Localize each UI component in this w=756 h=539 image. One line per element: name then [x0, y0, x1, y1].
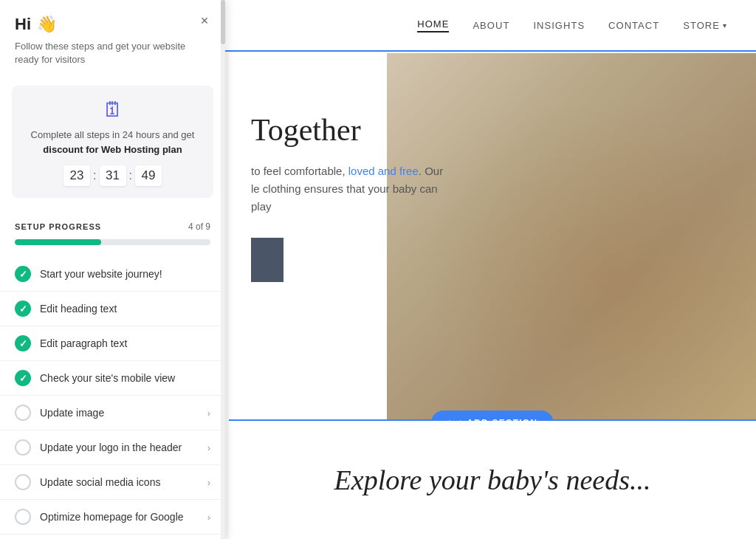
- checklist-item-start-journey[interactable]: ✓ Start your website journey!: [0, 257, 225, 292]
- greeting-title: Hi 👋: [15, 15, 210, 34]
- hero-title: Together: [251, 112, 444, 148]
- check-circle-update-image: [15, 405, 31, 421]
- checklist-item-edit-heading[interactable]: ✓ Edit heading text: [0, 292, 225, 326]
- promo-text-bold: discount for Web Hosting plan: [43, 144, 182, 155]
- chevron-right-icon: ›: [207, 408, 210, 419]
- checkmark-icon: ✓: [19, 303, 27, 315]
- check-circle-update-logo: [15, 439, 31, 456]
- checklist-label-optimize-google: Optimize homepage for Google: [40, 511, 207, 523]
- promo-calendar-icon: 🗓: [24, 97, 202, 122]
- nav-link-about[interactable]: ABOUT: [472, 20, 509, 31]
- chevron-right-icon: ›: [207, 442, 210, 453]
- progress-bar-background: [15, 239, 210, 245]
- nav-link-store: STORE: [683, 20, 720, 31]
- hero-subtitle: to feel comfortable, loved and free. Our…: [251, 162, 444, 216]
- check-circle-edit-paragraph: ✓: [15, 335, 31, 351]
- bottom-title: Explore your baby's needs...: [334, 464, 651, 496]
- checkmark-icon: ✓: [19, 373, 27, 384]
- chevron-right-icon: ›: [207, 477, 210, 488]
- countdown-timer: 23 : 31 : 49: [24, 165, 202, 186]
- greeting-text: Hi: [15, 15, 31, 34]
- nav-link-home[interactable]: HOME: [417, 18, 449, 32]
- sidebar-subtitle: Follow these steps and get your website …: [15, 40, 210, 66]
- progress-label: SETUP PROGRESS: [15, 222, 101, 231]
- bottom-section: Explore your baby's needs...: [229, 421, 756, 539]
- progress-header: SETUP PROGRESS 4 of 9: [15, 222, 210, 232]
- check-circle-check-mobile: ✓: [15, 370, 31, 386]
- store-chevron-icon: ▾: [723, 21, 726, 30]
- progress-section: SETUP PROGRESS 4 of 9: [0, 210, 225, 251]
- nav-store-dropdown[interactable]: STORE ▾: [683, 20, 726, 31]
- promo-text: Complete all steps in 24 hours and get d…: [24, 128, 202, 157]
- checklist-item-optimize-google[interactable]: Optimize homepage for Google ›: [0, 500, 225, 535]
- progress-bar-fill: [15, 239, 101, 245]
- checklist-item-update-social[interactable]: Update social media icons ›: [0, 465, 225, 500]
- wave-emoji: 👋: [37, 15, 57, 34]
- hero-cta-button[interactable]: [251, 238, 284, 282]
- chevron-right-icon: ›: [207, 512, 210, 523]
- hero-subtitle-highlight: loved and free: [348, 165, 419, 177]
- checklist-label-start-journey: Start your website journey!: [40, 268, 210, 280]
- check-circle-start-journey: ✓: [15, 266, 31, 282]
- checklist: ✓ Start your website journey! ✓ Edit hea…: [0, 251, 225, 539]
- nav-link-contact[interactable]: CONTACT: [608, 20, 659, 31]
- countdown-hours: 23: [63, 165, 90, 186]
- check-circle-edit-heading: ✓: [15, 301, 31, 317]
- checklist-label-edit-heading: Edit heading text: [40, 303, 210, 315]
- countdown-seconds: 49: [135, 165, 162, 186]
- promo-box: 🗓 Complete all steps in 24 hours and get…: [12, 86, 213, 198]
- checklist-label-update-logo: Update your logo in the header: [40, 442, 207, 453]
- check-circle-optimize-google: [15, 509, 31, 525]
- sidebar-panel: × Hi 👋 Follow these steps and get your w…: [0, 0, 225, 539]
- promo-text-regular: Complete all steps in 24 hours and get: [31, 129, 195, 140]
- progress-count: 4 of 9: [188, 222, 210, 232]
- hero-text-area: Together to feel comfortable, loved and …: [229, 97, 466, 300]
- nav-links: HOME ABOUT INSIGHTS CONTACT STORE ▾: [417, 18, 726, 32]
- checkmark-icon: ✓: [19, 338, 27, 349]
- checklist-item-check-mobile[interactable]: ✓ Check your site's mobile view: [0, 361, 225, 396]
- checklist-label-update-image: Update image: [40, 407, 207, 419]
- check-circle-update-social: [15, 474, 31, 490]
- checklist-label-edit-paragraph: Edit paragraph text: [40, 337, 210, 349]
- countdown-minutes: 31: [100, 165, 126, 186]
- checklist-item-update-logo[interactable]: Update your logo in the header ›: [0, 430, 225, 465]
- checklist-item-update-image[interactable]: Update image ›: [0, 396, 225, 430]
- nav-link-insights[interactable]: INSIGHTS: [533, 20, 585, 31]
- countdown-sep-2: :: [129, 169, 132, 182]
- sidebar-header: × Hi 👋 Follow these steps and get your w…: [0, 0, 225, 74]
- countdown-sep-1: :: [93, 169, 96, 182]
- checklist-label-check-mobile: Check your site's mobile view: [40, 372, 210, 384]
- checkmark-icon: ✓: [19, 269, 27, 280]
- close-button[interactable]: ×: [196, 12, 213, 30]
- checklist-item-edit-paragraph[interactable]: ✓ Edit paragraph text: [0, 326, 225, 361]
- checklist-label-update-social: Update social media icons: [40, 476, 207, 488]
